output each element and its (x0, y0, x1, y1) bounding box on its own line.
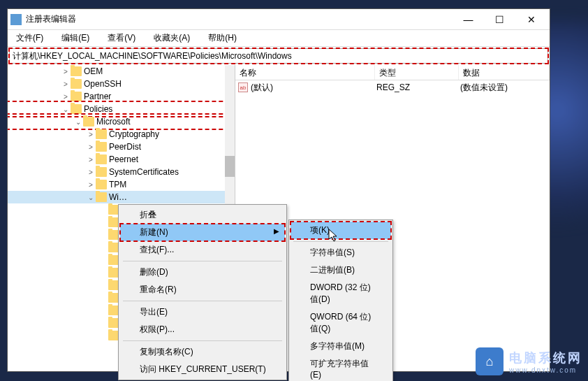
ctx-new-b[interactable]: 二进制值(B) (291, 261, 391, 279)
menubar: 文件(F) 编辑(E) 查看(V) 收藏夹(A) 帮助(H) (8, 30, 550, 47)
folder-icon (96, 154, 107, 164)
chevron-right-icon[interactable]: > (86, 167, 96, 177)
ctx-new-s[interactable]: 字符串值(S) (291, 244, 391, 261)
tree-item-peernet[interactable]: >Peernet (8, 153, 235, 166)
tree-item-policies[interactable]: ⌄Policies (8, 103, 235, 115)
tree-item-peerdist[interactable]: >PeerDist (8, 141, 235, 153)
string-value-icon: ab (238, 82, 248, 92)
address-bar[interactable]: 计算机\HKEY_LOCAL_MACHINE\SOFTWARE\Policies… (9, 48, 548, 64)
context-menu-new-submenu[interactable]: 项(K)字符串值(S)二进制值(B)DWORD (32 位)值(D)QWORD … (288, 220, 393, 381)
ctx-new-dword-32-d[interactable]: DWORD (32 位)值(D) (291, 279, 391, 308)
tree-scrollbar-thumb[interactable] (225, 156, 235, 177)
ctx-main-hkey-current-user-t[interactable]: 访问 HKEY_CURRENT_USER(T) (120, 361, 285, 378)
tree-label: PeerDist (109, 142, 141, 152)
chevron-down-icon[interactable]: ⌄ (86, 192, 96, 202)
watermark-logo-icon: ⌂ (476, 347, 504, 375)
ctx-main-p[interactable]: 权限(P)... (120, 321, 285, 338)
folder-icon (71, 66, 82, 76)
chevron-right-icon[interactable]: > (61, 92, 71, 101)
maximize-button[interactable]: ☐ (484, 10, 515, 29)
chevron-right-icon[interactable]: > (61, 79, 71, 89)
chevron-right-icon[interactable]: > (86, 180, 96, 189)
window-controls: — ☐ ✕ (453, 10, 547, 29)
col-name[interactable]: 名称 (235, 65, 375, 80)
watermark-url: www.dnxtw.com (509, 366, 582, 374)
address-text: 计算机\HKEY_LOCAL_MACHINE\SOFTWARE\Policies… (13, 50, 292, 62)
watermark-title: 电脑系统网 (509, 350, 582, 366)
tree-item-partner[interactable]: >Partner (8, 90, 235, 103)
folder-icon (96, 180, 107, 189)
tree-label: Peernet (109, 154, 138, 164)
window-title: 注册表编辑器 (26, 13, 453, 25)
context-separator (123, 301, 282, 301)
tree-label: Partner (84, 92, 111, 101)
list-header: 名称 类型 数据 (235, 65, 550, 80)
tree-item-tpm[interactable]: >TPM (8, 178, 235, 191)
tree-label: OpenSSH (84, 79, 122, 89)
folder-icon (71, 79, 82, 89)
ctx-new-m[interactable]: 多字符串值(M) (291, 338, 391, 355)
value-name: (默认) (251, 82, 376, 94)
ctx-new-e[interactable]: 可扩充字符串值(E) (291, 355, 391, 381)
close-button[interactable]: ✕ (515, 10, 547, 29)
ctx-main-r[interactable]: 重命名(R) (120, 281, 285, 299)
folder-icon (83, 117, 94, 127)
ctx-main-n[interactable]: 新建(N)▶ (120, 224, 285, 241)
chevron-down-icon[interactable]: ⌄ (73, 117, 83, 127)
tree-item-wi-[interactable]: ⌄Wi… (8, 191, 235, 203)
tree-item-microsoft[interactable]: ⌄Microsoft (8, 115, 235, 128)
regedit-icon (10, 14, 22, 25)
tree-item-systemcertificates[interactable]: >SystemCertificates (8, 166, 235, 178)
context-separator (293, 241, 388, 242)
tree-label: SystemCertificates (109, 167, 179, 177)
context-separator (123, 340, 282, 341)
chevron-right-icon[interactable]: > (86, 142, 96, 152)
context-separator (123, 261, 282, 261)
menu-view[interactable]: 查看(V) (103, 31, 140, 45)
ctx-main-d[interactable]: 删除(D) (120, 264, 285, 281)
ctx-main-c[interactable]: 复制项名称(C) (120, 343, 285, 361)
tree-label: Wi… (109, 192, 127, 202)
folder-icon (96, 167, 107, 177)
minimize-button[interactable]: — (453, 10, 484, 29)
titlebar[interactable]: 注册表编辑器 — ☐ ✕ (8, 9, 550, 30)
value-data: (数值未设置) (460, 82, 550, 94)
tree-label: Cryptography (109, 129, 159, 139)
col-data[interactable]: 数据 (459, 65, 550, 80)
menu-help[interactable]: 帮助(H) (204, 31, 241, 45)
chevron-right-icon[interactable]: > (86, 154, 96, 164)
chevron-right-icon[interactable]: > (61, 66, 71, 76)
folder-icon (71, 104, 82, 114)
folder-icon (96, 192, 107, 202)
tree-item-cryptography[interactable]: >Cryptography (8, 128, 235, 141)
col-type[interactable]: 类型 (375, 65, 459, 80)
value-row-default[interactable]: ab (默认) REG_SZ (数值未设置) (235, 80, 550, 94)
value-type: REG_SZ (376, 82, 460, 92)
tree-label: TPM (109, 180, 126, 189)
menu-file[interactable]: 文件(F) (12, 31, 47, 45)
tree-label: Policies (84, 104, 112, 114)
tree-item-openssh[interactable]: >OpenSSH (8, 78, 235, 90)
submenu-arrow-icon: ▶ (274, 227, 279, 235)
ctx-new-k[interactable]: 项(K) (291, 222, 391, 239)
context-menu-main[interactable]: 折叠新建(N)▶查找(F)...删除(D)重命名(R)导出(E)权限(P)...… (118, 204, 287, 380)
tree-label: Microsoft (96, 117, 131, 127)
tree-item-oem[interactable]: >OEM (8, 65, 235, 78)
folder-icon (96, 129, 107, 139)
watermark: ⌂ 电脑系统网 www.dnxtw.com (476, 347, 582, 375)
chevron-down-icon[interactable]: ⌄ (61, 104, 71, 114)
ctx-main-[interactable]: 折叠 (120, 206, 285, 224)
tree-label: OEM (84, 66, 103, 76)
folder-icon (96, 142, 107, 152)
ctx-main-e[interactable]: 导出(E) (120, 303, 285, 321)
folder-icon (71, 92, 82, 101)
menu-favorites[interactable]: 收藏夹(A) (149, 31, 194, 45)
ctx-main-f[interactable]: 查找(F)... (120, 241, 285, 259)
ctx-new-qword-64-q[interactable]: QWORD (64 位)值(Q) (291, 308, 391, 338)
chevron-right-icon[interactable]: > (86, 129, 96, 139)
menu-edit[interactable]: 编辑(E) (57, 31, 94, 45)
